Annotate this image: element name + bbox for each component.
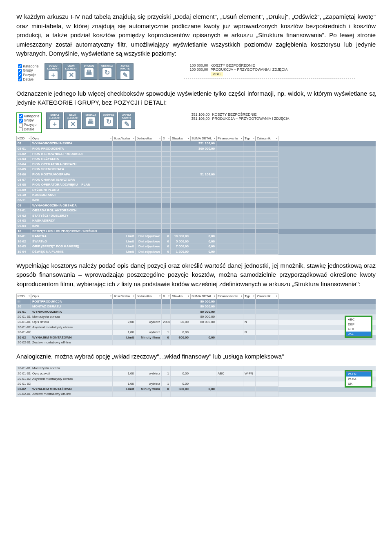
drukuj-button[interactable]: DRUKUJ🖶 [82, 112, 99, 129]
col-opis[interactable]: Opis [31, 294, 113, 299]
print-icon: 🖶 [85, 68, 94, 77]
dropdown-option[interactable]: ABC [346, 317, 371, 322]
col-opis[interactable]: Opis [31, 136, 113, 141]
screenshot-1: Kategorie Grupy Pozycje Detale DODAJ ELE… [16, 63, 376, 83]
col-x[interactable]: X [162, 294, 171, 299]
odswiez-button[interactable]: ODŚWIEŻ↻ [100, 112, 117, 129]
table-row: 20-02-01Zestaw montażowy off-line [16, 340, 376, 345]
filter-detale[interactable]: Detale [19, 127, 40, 132]
x-icon: ✕ [68, 120, 77, 128]
table-row: 08-07PION CHARAKTERYZTORA [16, 177, 376, 183]
col-x[interactable]: X [162, 136, 171, 141]
refresh-icon: ↻ [102, 68, 111, 77]
abc-cell: ABC [211, 72, 223, 76]
zapisz-button[interactable]: ZAPISZ KWOTĘ✎ [118, 112, 135, 129]
odswiez-button[interactable]: ODŚWIEŻ↻ [98, 63, 116, 80]
table-row: 08WYNAGRODZENIA EKIPA351 106,00 [16, 141, 376, 146]
print-icon: 🖶 [86, 117, 95, 126]
col-suma[interactable]: SUMA DETAL [190, 294, 216, 299]
col-kod[interactable]: KOD [16, 294, 31, 299]
filter-detale[interactable]: Detale [18, 77, 39, 82]
table-row: 08-06PION KOSTIUMOGRAFA51 106,00 [16, 172, 376, 177]
table-row: 20-01-02Asystent montażysty obrazu [16, 377, 376, 382]
table-row: 08-02PION KIEROWNIKA PRODUKCJI [16, 152, 376, 157]
table-row: 10-02ŚWIATŁOLimitDni zdjęciowe05 500,000… [16, 239, 376, 244]
plus-icon: + [50, 120, 59, 128]
x-icon: ✕ [67, 71, 76, 79]
col-suma[interactable]: SUMA DETAL [190, 136, 216, 141]
table-row: 08-03PION REŻYSERA [16, 157, 376, 162]
table-row: 09WYNAGRODZENIA OBSADA [16, 203, 376, 208]
table-row: 10-04DŹWIĘK NA PLANIELimitDni zdjęciowe0… [16, 249, 376, 255]
dropdown-option[interactable]: W-FN [346, 372, 371, 377]
filter-kategorie[interactable]: Kategorie [18, 64, 39, 69]
usun-button[interactable]: USUŃ ELEMENT✕ [62, 63, 80, 80]
col-ilosc[interactable]: Ilosc/liczba [113, 294, 136, 299]
table-row: 20-01-01-01Opis detalu2,00wybierz200020,… [16, 320, 376, 325]
typ-dropdown[interactable]: W-FNW-RZUK [345, 370, 372, 388]
dropdown-option[interactable]: UK [346, 381, 371, 386]
filter-pozycje[interactable]: Pozycje [19, 123, 40, 127]
dropdown-option[interactable]: JKL [346, 332, 371, 336]
mini-table: 100 000,00KOSZTY BEZPOŚREDNIE 100 000,00… [184, 63, 355, 78]
col-fin[interactable]: Finansowanie [216, 294, 243, 299]
col-ilosc[interactable]: Ilosc/liczba [113, 136, 136, 141]
dropdown-option[interactable]: W-RZ [346, 377, 371, 381]
zapisz-button[interactable]: ZAPISZ KWOTĘ✎ [116, 63, 134, 80]
table-row: 09-04INNI [16, 224, 376, 229]
table-row: 09-01OBSADA RÓL AKTORSKICH [16, 208, 376, 213]
col-zal[interactable]: Zalacznik [256, 136, 278, 141]
screenshot-3: KOD Opis Ilosc/liczba Jednostka X Stawka… [16, 294, 376, 345]
table-row: 20-01-02-011,00wybierz10,00 [16, 381, 376, 387]
col-jednostka[interactable]: Jednostka [136, 136, 162, 141]
table-row: 20-01-01Montażysta obrazu [16, 366, 376, 371]
grid-header: KOD Opis Ilosc/liczba Jednostka X Stawka… [16, 294, 376, 299]
col-jednostka[interactable]: Jednostka [136, 294, 162, 299]
col-stawka[interactable]: Stawka [171, 136, 190, 141]
col-fin[interactable]: Finansowanie [216, 136, 243, 141]
dropdown-option[interactable]: GHI [346, 327, 371, 332]
paragraph-2: Odznaczenie jednego lub więcej checkboks… [16, 89, 376, 108]
dropdown-option[interactable]: DEF [346, 322, 371, 327]
dodaj-button[interactable]: DODAJ ELEMENT+ [45, 63, 62, 80]
dodaj-button[interactable]: DODAJ ELEMENT+ [46, 112, 63, 129]
table-row: 08-09DYŻURNI PLANU [16, 188, 376, 193]
col-typ[interactable]: Typ [243, 294, 256, 299]
table-row: 09-02STATYŚCI / DUBLERZY [16, 213, 376, 219]
table-row: 20-02WYNAJEM MONTAŻOWNILimitMinuty filmu… [16, 335, 376, 341]
table-row: 10SPRZĘT / USŁUGI ZDJĘCIOWE / NOŚNIKI [16, 229, 376, 234]
col-zal[interactable]: Zalacznik [256, 294, 278, 299]
toolbar: DODAJ ELEMENT+ USUŃ ELEMENT✕ DRUKUJ🖶 ODŚ… [45, 63, 134, 80]
paragraph-3: Wypełniając kosztorys należy podać opis … [16, 261, 376, 289]
table-row: 20-01WYNAGRODZENIA80 000,00 [16, 309, 376, 315]
paragraph-4: Analogicznie, można wybrać opcję „wkład … [16, 352, 376, 361]
table-row: 20-01-02Asystent montażysty obrazu [16, 325, 376, 330]
table-row: 20-01-02-011,00wybierz10,00N [16, 330, 376, 335]
table-row: 08-05PION SCENOGRAFA [16, 167, 376, 172]
filter-panel: Kategorie Grupy Pozycje Detale [16, 63, 40, 83]
mini-table: 351 106,00KOSZTY BEZPOŚREDNIE 351 106,00… [185, 112, 357, 123]
table-row: 20MONTAŻ OBRAZU80 000,00 [16, 304, 376, 309]
usun-button[interactable]: USUŃ ELEMENT✕ [64, 112, 81, 129]
finansowanie-dropdown[interactable]: ABCDEFGHIJKL [345, 316, 372, 338]
table-row: 08-11INNI [16, 198, 376, 203]
table-row: 08-10KONSULTANCI [16, 193, 376, 198]
col-kod[interactable]: KOD [16, 136, 31, 141]
filter-grupy[interactable]: Grupy [18, 68, 39, 73]
toolbar: DODAJ ELEMENT+ USUŃ ELEMENT✕ DRUKUJ🖶 ODŚ… [46, 112, 135, 129]
col-typ[interactable]: Typ [243, 136, 256, 141]
save-icon: ✎ [122, 120, 131, 128]
table-row: 10-03GRIP (SPRZĘT POD KAMERĘ)LimitDni zd… [16, 244, 376, 249]
refresh-icon: ↻ [104, 117, 113, 126]
filter-grupy[interactable]: Grupy [19, 118, 40, 123]
table-row: 08-01PION PRODUCENTA300 000,00 [16, 146, 376, 152]
filter-kategorie[interactable]: Kategorie [19, 114, 40, 119]
table-row: 08-08PION OPERATORA DŹWIĘKU – PLAN [16, 182, 376, 188]
table-row: 20-01-01Montażysta obrazu80 000,00 [16, 314, 376, 320]
table-row: IIIPOSTPRODUKCJA80 000,00 [16, 299, 376, 305]
paragraph-1: W każdym arkuszu I-IV nad tabelą znajduj… [16, 12, 376, 58]
table-row: 09-03KASKADERZY [16, 218, 376, 224]
drukuj-button[interactable]: DRUKUJ🖶 [80, 63, 98, 80]
col-stawka[interactable]: Stawka [171, 294, 190, 299]
filter-pozycje[interactable]: Pozycje [18, 73, 39, 77]
